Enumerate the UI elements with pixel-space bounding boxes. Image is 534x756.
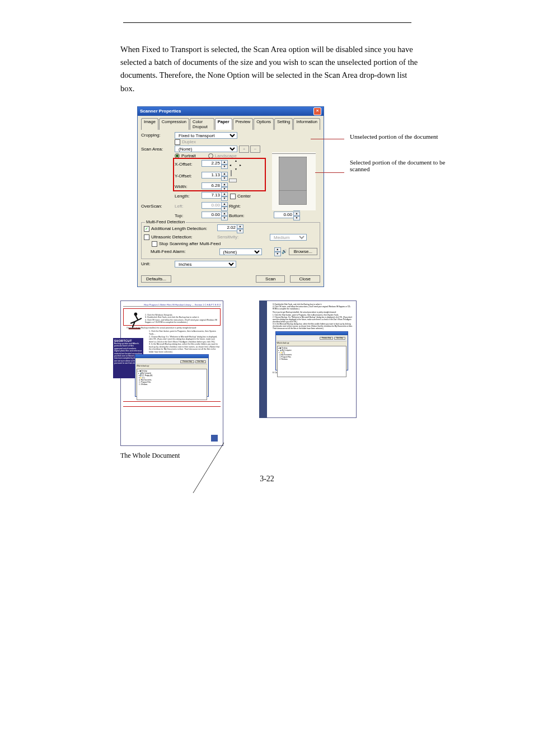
additional-length-input[interactable] — [217, 224, 237, 231]
leader-line — [182, 443, 232, 494]
scan-area-label: Scan Area: — [141, 147, 175, 152]
selected-portion-note: Selected portion of the document to be s… — [350, 159, 456, 172]
tab-options[interactable]: Options — [254, 118, 274, 130]
browse-button[interactable]: Browse... — [289, 248, 317, 255]
landscape-radio — [208, 153, 213, 158]
unit-select[interactable]: Inches — [175, 261, 236, 267]
portrait-label: Portrait — [181, 153, 196, 158]
x-offset-label: X-Offset: — [175, 162, 202, 167]
close-icon[interactable]: × — [313, 107, 321, 115]
length-label: Length: — [175, 194, 202, 199]
ultrasonic-checkbox[interactable] — [144, 234, 149, 240]
additional-length-label: Additional Length Detection: — [151, 226, 217, 231]
width-label: Width: — [175, 184, 202, 189]
preview-unselected-area — [279, 157, 307, 191]
offset-joystick-icon[interactable]: ▲ ◄ ► ▼ — [229, 159, 241, 170]
overscan-bottom-label: Bottom: — [229, 213, 246, 218]
page-number: 3-22 — [260, 475, 274, 483]
duplex-label: Duplex — [182, 139, 196, 144]
close-button[interactable]: Close — [290, 275, 320, 283]
tab-preview[interactable]: Preview — [233, 118, 254, 130]
intro-paragraph: When Fixed to Transport is selected, the… — [120, 43, 423, 95]
overscan-label: OverScan: — [141, 204, 175, 209]
sensitivity-select: Medium — [270, 234, 307, 241]
portrait-radio[interactable] — [175, 153, 180, 158]
multi-feed-group: Multi-Feed Detection Additional Length D… — [141, 222, 320, 259]
svg-line-1 — [193, 443, 224, 493]
example-whole-document: How Program 1 Better Files 99 Handout Li… — [120, 300, 223, 446]
scan-area-remove: − — [250, 145, 260, 153]
additional-length-checkbox[interactable] — [144, 226, 149, 232]
overscan-top-input[interactable] — [202, 212, 222, 218]
tab-paper[interactable]: Paper — [215, 118, 232, 130]
mini-backup-window: Previous StepNext Step What to back up: … — [135, 354, 209, 397]
unit-label: Unit: — [141, 261, 175, 266]
alarm-label: Multi-Feed Alarm: — [151, 249, 219, 254]
selected-scan-margin — [259, 300, 267, 418]
y-offset-input[interactable] — [202, 172, 222, 179]
ultrasonic-label: Ultrasonic Detection: — [151, 234, 217, 240]
defaults-button[interactable]: Defaults... — [141, 275, 171, 283]
preview-selected-area — [279, 190, 307, 205]
duplex-checkbox — [175, 139, 180, 145]
preview-pane — [272, 152, 316, 210]
chapter-bar: How Program 1 Better Files 99 Handout Li… — [123, 303, 221, 307]
scan-button[interactable]: Scan — [256, 275, 285, 283]
stop-scanning-label: Stop Scanning after Multi-Feed — [159, 241, 221, 246]
sensitivity-label: Sensitivity: — [217, 234, 243, 240]
tab-compression[interactable]: Compression — [159, 118, 189, 130]
speaker-icon[interactable]: 🔊 — [282, 249, 287, 254]
overscan-top-label: Top: — [175, 213, 202, 218]
unselected-portion-note: Unselected portion of the document — [350, 133, 456, 140]
width-input[interactable] — [202, 182, 222, 189]
dialog-title: Scanner Properties — [140, 109, 181, 114]
tab-image[interactable]: Image — [141, 118, 158, 130]
scanner-properties-dialog: Scanner Properties × Image Compression C… — [137, 106, 324, 287]
alarm-select[interactable]: (None) — [219, 248, 262, 255]
multi-feed-legend: Multi-Feed Detection — [145, 219, 186, 224]
overscan-left-label: Left: — [175, 204, 202, 209]
tab-color-dropout[interactable]: Color Dropout — [190, 118, 214, 130]
tab-information[interactable]: Information — [293, 118, 320, 130]
overscan-bottom-input[interactable] — [274, 212, 294, 218]
cropping-select[interactable]: Fixed to Transport — [175, 132, 237, 139]
offset-slider[interactable] — [229, 171, 241, 182]
red-frame-top: 2. Click the Windows Setup tab. 3. Doubl… — [123, 308, 221, 326]
scan-area-select[interactable]: (None) — [175, 145, 237, 152]
overscan-left-input — [202, 202, 222, 209]
stop-scanning-checkbox[interactable] — [152, 241, 157, 247]
y-offset-label: Y-Offset: — [175, 173, 202, 179]
scan-area-add: + — [239, 145, 249, 153]
x-offset-input[interactable] — [202, 160, 222, 167]
tab-bar: Image Compression Color Dropout Paper Pr… — [141, 118, 320, 130]
tab-setting[interactable]: Setting — [274, 118, 293, 130]
landscape-label: Landscape — [215, 153, 237, 158]
example-selected-document: 3. Doubleclick Disk Tools, and click the… — [267, 300, 357, 418]
center-checkbox[interactable] — [230, 194, 236, 199]
scan-area-notch — [211, 435, 218, 442]
overscan-right-label: Right: — [229, 204, 246, 209]
cropping-label: Cropping: — [141, 133, 175, 138]
center-label: Center — [237, 194, 251, 199]
length-input[interactable] — [202, 192, 222, 199]
